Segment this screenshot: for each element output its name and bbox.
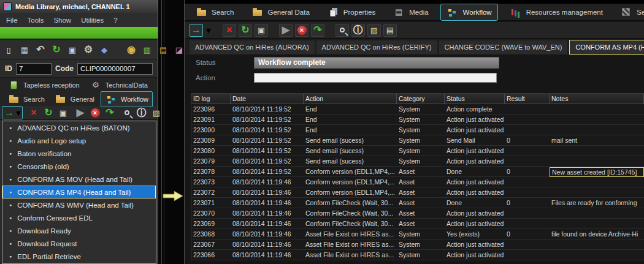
cell-date: 08/10/2014 11:19:52	[231, 146, 304, 156]
refresh-document-icon[interactable]: ↻	[239, 24, 252, 37]
workflow-item-label: CONFORM AS WMV (Head and Tail)	[17, 202, 134, 209]
stop-icon[interactable]: ×	[295, 24, 309, 37]
workflow-subtab[interactable]: CHANGE CODEC (WAVE to WAV_EN)	[439, 40, 568, 54]
refresh-icon[interactable]: ↻	[50, 43, 63, 56]
table-row[interactable]: 22306608/10/2014 11:19:46Asset File Exis…	[191, 250, 644, 260]
table-row[interactable]: 22308008/10/2014 11:19:52Send email (suc…	[191, 146, 644, 156]
workflow-subtab[interactable]: ADVANCED QC on HiRes (CERIFY)	[316, 40, 437, 54]
panel-tab-general-data[interactable]: General Data	[245, 4, 315, 20]
workflow-list-item[interactable]: ●CONFORM AS MP4 (Head and Tail)	[2, 186, 156, 198]
delete-icon[interactable]: ×	[28, 107, 40, 119]
tab-workflow[interactable]: Workflow	[101, 91, 153, 107]
panel-tab-secondary-eve[interactable]: Secondary Eve	[615, 4, 644, 20]
new-document-icon[interactable]: ▯	[2, 43, 15, 56]
table-row[interactable]: 22307108/10/2014 11:19:46Conform FileChe…	[191, 198, 644, 208]
workflow-list-item[interactable]: ●Audio and Logo setup	[2, 134, 156, 147]
search-icon[interactable]	[121, 107, 133, 119]
dropdown-caret-icon[interactable]: ▾	[205, 24, 212, 36]
workflow-list-item[interactable]: ●CONFORM AS WMV (Head and Tail)	[2, 198, 156, 211]
cell-notes: Files are ready for conforming	[550, 198, 644, 208]
resume-icon[interactable]: ↷	[104, 107, 116, 119]
table-row[interactable]: 22307908/10/2014 11:19:52Send email (suc…	[191, 156, 644, 167]
code-input[interactable]	[77, 63, 153, 75]
stop-icon[interactable]: ×	[89, 107, 101, 119]
column-header-action[interactable]: Action	[304, 94, 397, 104]
cell-result	[505, 177, 550, 187]
workflow-list-item[interactable]: ●Censorship (old)	[2, 160, 156, 173]
table-row[interactable]: 22309608/10/2014 11:19:52EndSystemAction…	[191, 104, 644, 115]
panel-tab-workflow[interactable]: Workflow	[440, 4, 498, 21]
panel-tab-properties[interactable]: Properties	[321, 4, 381, 20]
column-header-status[interactable]: Status	[445, 94, 505, 104]
tab-search[interactable]: Search	[4, 92, 48, 107]
table-row[interactable]: 22309108/10/2014 11:19:52EndSystemAction…	[191, 115, 644, 125]
tapeless-reception-icon	[7, 79, 20, 91]
cell-id: 223078	[191, 167, 231, 177]
table-row[interactable]: 22306708/10/2014 11:19:46Asset File Exis…	[191, 239, 644, 250]
table-row[interactable]: 22309008/10/2014 11:19:52EndSystemAction…	[191, 125, 644, 135]
tools-icon[interactable]: ◆	[98, 43, 110, 56]
menu-item-[interactable]: ?	[113, 17, 117, 24]
table-row[interactable]: 22307808/10/2014 11:19:52Conform version…	[191, 167, 644, 177]
column-header-result[interactable]: Result	[505, 94, 550, 104]
panel-tab-resources-management[interactable]: Resources management	[504, 4, 608, 20]
workflow-list-item[interactable]: ●CONFORM AS MOV (Head and Tail)	[2, 173, 156, 186]
cell-notes	[550, 219, 644, 229]
info-icon[interactable]: ⓘ	[351, 24, 365, 37]
table-row[interactable]: 22306908/10/2014 11:19:46Conform FileChe…	[191, 219, 644, 229]
refresh-document-icon[interactable]: ↻	[42, 107, 55, 119]
certificate-icon[interactable]: ▧	[367, 24, 381, 37]
id-input[interactable]	[16, 63, 52, 75]
annotation-arrow	[162, 190, 184, 202]
menu-item-show[interactable]: Show	[53, 17, 71, 24]
clapper-icon[interactable]: ◪	[173, 43, 185, 56]
media-disc-icon[interactable]: ◉	[125, 43, 137, 56]
table-row[interactable]: 22307308/10/2014 11:19:46Conform version…	[191, 177, 644, 187]
workflow-list-item[interactable]: ●ADVANCED QC on HiRes (BATON)	[2, 121, 156, 134]
cell-category: System	[397, 229, 445, 239]
play-icon[interactable]: ▶	[279, 24, 293, 37]
search-icon[interactable]	[335, 24, 349, 37]
tab-technicaldata[interactable]: ⚙TechnicalData	[86, 78, 151, 92]
dropdown-caret-icon[interactable]: ▾	[15, 107, 21, 119]
save-icon[interactable]: ▦	[18, 43, 31, 56]
copy-document-icon[interactable]: ▣	[57, 107, 69, 119]
panel-tab-media[interactable]: ▤Media	[387, 4, 434, 20]
copy-icon[interactable]: ▣	[66, 43, 79, 56]
column-header-id-log[interactable]: ID log	[191, 94, 231, 104]
workflow-list-item[interactable]: ●Download Request	[2, 237, 156, 250]
filmstrip-icon[interactable]: ▤	[157, 43, 169, 56]
menu-item-tools[interactable]: Tools	[28, 17, 44, 24]
table-row[interactable]: 22307008/10/2014 11:19:46Conform FileChe…	[191, 208, 644, 219]
menu-item-utilities[interactable]: Utilities	[81, 17, 104, 24]
column-header-notes[interactable]: Notes	[550, 94, 644, 104]
workflow-list-item[interactable]: ●Conform Censored EDL	[2, 211, 156, 224]
table-row[interactable]: 22308908/10/2014 11:19:52Send email (suc…	[191, 135, 644, 146]
play-icon[interactable]: ▶	[74, 107, 86, 119]
settings-icon[interactable]: ⚙	[82, 43, 94, 56]
column-header-date[interactable]: Date	[231, 94, 304, 104]
workflow-list-item[interactable]: ●EDL Partial Retrieve	[2, 250, 156, 263]
undo-icon[interactable]: ↶	[34, 43, 47, 56]
menu-item-file[interactable]: File	[6, 17, 18, 24]
panel-tab-search[interactable]: Search	[190, 4, 239, 20]
workflow-list-item[interactable]: ●Baton verification	[2, 147, 156, 160]
delete-icon[interactable]: ×	[223, 24, 236, 37]
certificate-icon[interactable]: ▧	[150, 107, 163, 119]
run-workflow-icon[interactable]: →	[3, 107, 15, 119]
resume-icon[interactable]: ↷	[311, 24, 324, 37]
table-row[interactable]: 22306808/10/2014 11:19:46Asset File Exis…	[191, 229, 644, 239]
info-icon[interactable]: ⓘ	[136, 107, 148, 119]
workflow-list-item[interactable]: ●Download Ready	[2, 224, 156, 237]
tab-tapeless-reception[interactable]: Tapeless reception	[4, 78, 83, 92]
notes-icon[interactable]: ▤	[383, 24, 397, 37]
cell-category: System	[397, 135, 445, 146]
workflow-subtab[interactable]: CONFORM AS MP4 (Head and T	[569, 40, 644, 55]
run-workflow-icon[interactable]: →	[190, 24, 203, 37]
copy-document-icon[interactable]: ▣	[255, 24, 268, 37]
table-row[interactable]: 22307208/10/2014 11:19:46Conform version…	[191, 187, 644, 198]
columns-icon[interactable]: ▥	[141, 43, 153, 56]
workflow-subtab[interactable]: ADVANCED QC on HiRes (AURORA)	[190, 40, 315, 54]
column-header-category[interactable]: Category	[397, 94, 445, 104]
tab-general[interactable]: General	[51, 92, 98, 107]
